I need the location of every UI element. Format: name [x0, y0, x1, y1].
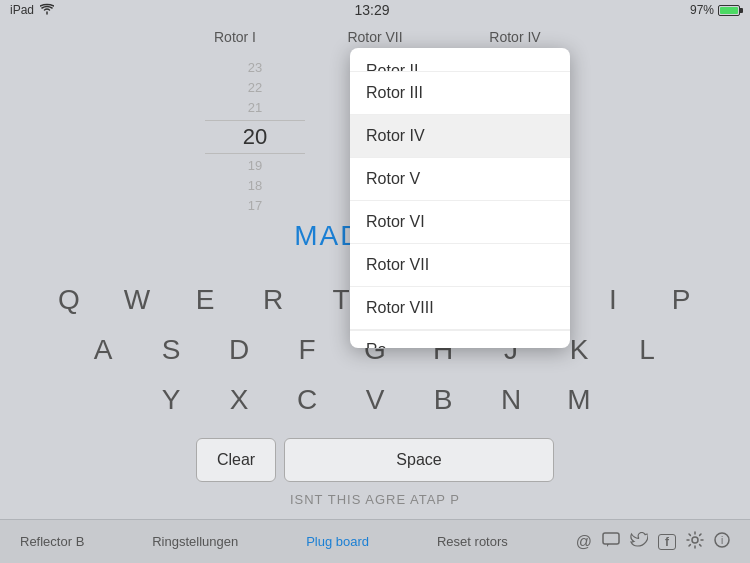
gear-icon[interactable] [686, 531, 704, 553]
rotor-1-label: Rotor I [214, 29, 256, 45]
key-b[interactable]: B [409, 375, 477, 425]
key-x[interactable]: X [205, 375, 273, 425]
dropdown-scroll-hint: Rotor II [350, 48, 570, 72]
key-l[interactable]: L [613, 325, 681, 375]
rotor-dropdown[interactable]: Rotor II Rotor III Rotor IV Rotor V Roto… [350, 48, 570, 348]
clear-button[interactable]: Clear [196, 438, 276, 482]
twitter-icon[interactable] [630, 532, 648, 552]
time-display: 13:29 [354, 2, 389, 18]
key-e[interactable]: E [171, 275, 239, 325]
num-21: 21 [205, 98, 305, 118]
key-s[interactable]: S [137, 325, 205, 375]
chat-icon[interactable] [602, 532, 620, 552]
key-n[interactable]: N [477, 375, 545, 425]
key-m[interactable]: M [545, 375, 613, 425]
num-23: 23 [205, 58, 305, 78]
nav-ringstellung[interactable]: Ringstellungen [152, 534, 238, 549]
key-i[interactable]: I [579, 275, 647, 325]
rotor-3-label: Rotor IV [489, 29, 540, 45]
rotor-header: Rotor I Rotor VII Rotor IV [0, 20, 750, 46]
rotor-2-label: Rotor VII [347, 29, 402, 45]
num-17: 17 [205, 196, 305, 216]
dropdown-partial-item: Rotor II [350, 48, 570, 72]
dropdown-bottom-hint: Ro... [350, 330, 570, 348]
dropdown-item-rotor-vii[interactable]: Rotor VII [350, 244, 570, 287]
at-icon[interactable]: @ [576, 533, 592, 551]
rotor-col-1: Rotor I [165, 28, 305, 46]
wifi-icon [40, 3, 54, 18]
dropdown-item-rotor-v[interactable]: Rotor V [350, 158, 570, 201]
bottom-buttons: Clear Space [196, 438, 554, 482]
svg-text:i: i [721, 535, 723, 546]
key-c[interactable]: C [273, 375, 341, 425]
dropdown-item-rotor-iii[interactable]: Rotor III [350, 72, 570, 115]
nav-social-icons: @ f i [576, 531, 730, 553]
num-22: 22 [205, 78, 305, 98]
dropdown-item-rotor-vi[interactable]: Rotor VI [350, 201, 570, 244]
status-left: iPad [10, 3, 54, 18]
rotor-col-3[interactable]: Rotor IV [445, 28, 585, 46]
key-q[interactable]: Q [35, 275, 103, 325]
dropdown-item-rotor-viii[interactable]: Rotor VIII [350, 287, 570, 330]
space-button[interactable]: Space [284, 438, 554, 482]
nav-plugboard[interactable]: Plug board [306, 534, 369, 549]
main-content: Rotor I Rotor VII Rotor IV 23 22 21 20 1… [0, 20, 750, 563]
decoded-output: ISNT THIS AGRE ATAP P [0, 492, 750, 507]
key-d[interactable]: D [205, 325, 273, 375]
key-f[interactable]: F [273, 325, 341, 375]
ipad-label: iPad [10, 3, 34, 17]
number-scroll[interactable]: 23 22 21 20 19 18 17 [205, 58, 305, 216]
svg-point-1 [692, 537, 698, 543]
nav-reflector[interactable]: Reflector B [20, 534, 84, 549]
num-20-active: 20 [205, 123, 305, 151]
key-a[interactable]: A [69, 325, 137, 375]
status-bar: iPad 13:29 97% [0, 0, 750, 20]
rotor-col-2[interactable]: Rotor VII [305, 28, 445, 46]
key-y[interactable]: Y [137, 375, 205, 425]
status-right: 97% [690, 3, 740, 17]
key-v[interactable]: V [341, 375, 409, 425]
num-18: 18 [205, 176, 305, 196]
key-p[interactable]: P [647, 275, 715, 325]
battery-percent: 97% [690, 3, 714, 17]
nav-reset-rotors[interactable]: Reset rotors [437, 534, 508, 549]
battery-icon [718, 5, 740, 16]
facebook-icon[interactable]: f [658, 534, 676, 550]
key-r[interactable]: R [239, 275, 307, 325]
svg-rect-0 [603, 533, 619, 544]
dropdown-item-rotor-iv[interactable]: Rotor IV [350, 115, 570, 158]
key-w[interactable]: W [103, 275, 171, 325]
bottom-nav: Reflector B Ringstellungen Plug board Re… [0, 519, 750, 563]
keyboard-row-3: Y X C V B N M [0, 375, 750, 425]
info-icon[interactable]: i [714, 532, 730, 552]
num-19: 19 [205, 156, 305, 176]
